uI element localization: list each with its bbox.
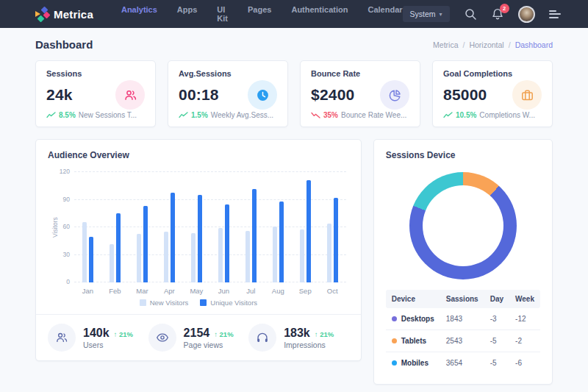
audience-stats-row: 140k ↑ 21% Users 2154 ↑ 21% (48, 315, 349, 352)
y-axis-tick: 0 (52, 278, 70, 285)
user-avatar[interactable] (518, 6, 535, 23)
main-menu: Analytics Apps UI Kit Pages Authenticati… (121, 5, 403, 23)
bar-new-visitors (273, 227, 277, 282)
top-navbar: Metrica Analytics Apps UI Kit Pages Auth… (0, 0, 588, 28)
bar-group: Jan (74, 172, 101, 295)
bar-group: Jun (210, 172, 237, 295)
x-axis-label: Sep (299, 287, 312, 295)
table-row: Tablets2543-5-2 (386, 330, 540, 352)
avg-sessions-value: 00:18 (179, 86, 219, 104)
legend-swatch (200, 299, 207, 306)
device-color-dot (392, 338, 397, 343)
x-axis-label: Oct (327, 287, 338, 295)
brand-name: Metrica (54, 8, 93, 21)
goal-completions-value: 85000 (443, 86, 487, 104)
bar-unique-visitors (89, 237, 93, 283)
breadcrumb: Metrica / Horizontal / Dashboard (433, 40, 553, 49)
audience-bar-chart: Visitors 0306090120 JanFebMarAprMayJunJu… (74, 172, 346, 295)
bar-new-visitors (300, 229, 304, 283)
stat-page-views: 2154 ↑ 21% Page views (148, 324, 249, 352)
menu-toggle-icon[interactable] (549, 10, 561, 18)
bar-new-visitors (164, 232, 168, 282)
col-sassions: Sassions (440, 290, 484, 308)
x-axis-label: Feb (109, 287, 121, 295)
menu-item-authentication[interactable]: Authentication (291, 5, 348, 23)
bar-unique-visitors (252, 189, 257, 283)
briefcase-icon (512, 80, 542, 110)
up-arrow-icon: ↑ (315, 330, 318, 338)
chart-legend: New VisitorsUnique Visitors (48, 299, 349, 307)
bar-new-visitors (191, 233, 196, 283)
table-row: Desktops1843-3-12 (386, 308, 540, 330)
pie-chart-icon (380, 80, 409, 110)
bar-new-visitors (137, 234, 141, 282)
eye-icon (148, 324, 176, 352)
x-axis-label: Aug (272, 287, 284, 295)
bar-unique-visitors (143, 206, 148, 282)
headphones-icon (248, 324, 276, 352)
sessions-device-title: Sessions Device (386, 150, 540, 160)
bar-unique-visitors (116, 213, 121, 282)
bounce-rate-value: $2400 (311, 86, 354, 104)
users-icon (115, 80, 145, 110)
bar-unique-visitors (306, 180, 311, 282)
bar-group: May (183, 172, 210, 295)
bar-new-visitors (218, 228, 223, 282)
legend-swatch (140, 299, 146, 306)
stat-users: 140k ↑ 21% Users (48, 324, 148, 352)
audience-overview-card: Audience Overview Visitors 0306090120 Ja… (35, 139, 362, 361)
search-icon[interactable] (464, 7, 477, 21)
breadcrumb-metrica[interactable]: Metrica (433, 40, 458, 49)
stat-card-bounce-rate: Bounce Rate $2400 35% Bounce Rate Wee... (300, 60, 420, 127)
menu-item-apps[interactable]: Apps (177, 5, 198, 23)
bar-new-visitors (245, 231, 250, 282)
bar-unique-visitors (279, 202, 284, 282)
avg-sessions-trend: 1.5% Weekly Avg.Sess... (179, 111, 277, 119)
brand[interactable]: Metrica (35, 7, 93, 21)
page-title: Dashboard (35, 38, 93, 51)
audience-overview-title: Audience Overview (48, 150, 349, 160)
breadcrumb-dashboard: Dashboard (515, 40, 553, 49)
goal-completions-trend: 10.5% Completions W... (443, 111, 542, 119)
trend-up-icon (179, 112, 188, 118)
bar-group: Sep (292, 172, 319, 295)
up-arrow-icon: ↑ (214, 330, 218, 338)
col-device: Device (386, 290, 440, 308)
bar-unique-visitors (225, 204, 229, 282)
menu-item-calendar[interactable]: Calendar (368, 5, 402, 23)
stat-impressions: 183k ↑ 21% Impressions (248, 324, 349, 352)
breadcrumb-horizontal[interactable]: Horizontal (469, 40, 503, 49)
bar-group: Apr (156, 172, 183, 295)
menu-item-analytics[interactable]: Analytics (121, 5, 157, 23)
stat-card-goal-completions: Goal Completions 85000 10.5% Completions… (432, 60, 553, 127)
bar-group: Jul (237, 172, 265, 295)
system-dropdown[interactable]: System ▾ (403, 6, 450, 22)
trend-up-icon (443, 112, 453, 118)
col-week: Week (509, 290, 540, 308)
x-axis-label: Jan (82, 287, 93, 295)
device-color-dot (392, 360, 397, 366)
sessions-value: 24k (46, 86, 73, 104)
notification-badge: 2 (500, 4, 509, 13)
sessions-trend: 8.5% New Sessions T... (46, 111, 145, 119)
bar-group: Mar (129, 172, 156, 295)
col-day: Day (484, 290, 509, 308)
bounce-rate-trend: 35% Bounce Rate Wee... (311, 111, 409, 119)
clock-icon (248, 80, 277, 110)
menu-item-pages[interactable]: Pages (248, 5, 271, 23)
menu-item-ui-kit[interactable]: UI Kit (217, 5, 228, 23)
bar-new-visitors (82, 222, 87, 283)
sessions-device-card: Sessions Device Device Sassions Day Week… (373, 139, 553, 385)
x-axis-label: Mar (136, 287, 148, 295)
notifications-bell-icon[interactable]: 2 (491, 7, 504, 21)
bar-new-visitors (327, 224, 331, 282)
up-arrow-icon: ↑ (114, 330, 118, 338)
x-axis-label: Jul (246, 287, 255, 295)
trend-down-icon (311, 112, 320, 118)
chevron-down-icon: ▾ (440, 11, 442, 18)
y-axis-tick: 30 (52, 251, 70, 258)
stat-cards-row: Sessions 24k 8.5% New Sessions T... Avg.… (0, 60, 588, 127)
bar-group: Oct (319, 172, 346, 295)
y-axis-tick: 120 (52, 168, 70, 175)
stat-card-avg-sessions: Avg.Sessions 00:18 1.5% Weekly Avg.Sess.… (168, 60, 288, 127)
